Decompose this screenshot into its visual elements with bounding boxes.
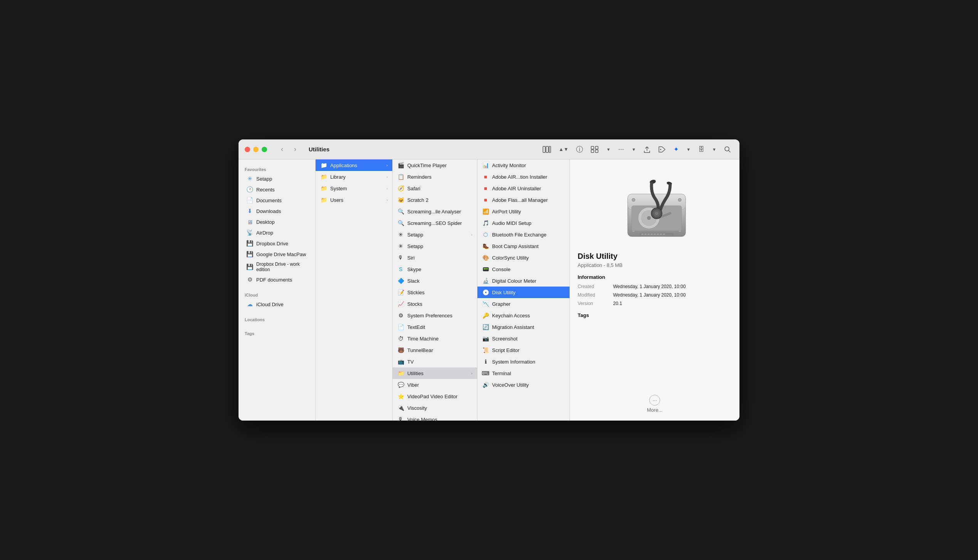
col3-adobeflas[interactable]: ■ Adobe Flas...all Manager bbox=[477, 194, 570, 206]
more-circle-icon[interactable]: ··· bbox=[649, 395, 660, 406]
sidebar-item-icloud[interactable]: ☁ iCloud Drive bbox=[240, 299, 314, 310]
sidebar-item-label: Downloads bbox=[256, 208, 281, 214]
info-button[interactable]: ⓘ bbox=[574, 143, 585, 156]
col3-bluetooth[interactable]: ⬡ Bluetooth File Exchange bbox=[477, 229, 570, 240]
col3-migration[interactable]: 🔄 Migration Assistant bbox=[477, 321, 570, 333]
preview-more-area[interactable]: ··· More... bbox=[578, 387, 732, 413]
grid-options-button[interactable]: ▼ bbox=[604, 146, 613, 153]
sidebar-item-setapp[interactable]: ✳ Setapp bbox=[240, 173, 314, 184]
col2-viber[interactable]: 💬 Viber bbox=[393, 379, 477, 391]
forward-button[interactable]: › bbox=[289, 144, 301, 155]
col3-screenshot[interactable]: 📷 Screenshot bbox=[477, 333, 570, 344]
view-columns-button[interactable] bbox=[540, 144, 553, 154]
col3-scripteditor[interactable]: 📜 Script Editor bbox=[477, 344, 570, 356]
svg-rect-26 bbox=[657, 234, 659, 235]
col2-setapp1[interactable]: ✳ Setapp › bbox=[393, 229, 477, 240]
more-label[interactable]: More... bbox=[647, 407, 662, 413]
col-item-label: Adobe AIR...tion Installer bbox=[492, 174, 547, 180]
col3-grapher[interactable]: 📉 Grapher bbox=[477, 298, 570, 310]
col2-stocks[interactable]: 📈 Stocks bbox=[393, 298, 477, 310]
col2-skype[interactable]: S Skype bbox=[393, 263, 477, 275]
col2-tunnelbear[interactable]: 🐻 TunnelBear bbox=[393, 344, 477, 356]
col3-voiceover[interactable]: 🔊 VoiceOver Utility bbox=[477, 379, 570, 391]
col-item-label: Stickies bbox=[407, 290, 425, 295]
col2-viscosity[interactable]: 🔌 Viscosity bbox=[393, 402, 477, 414]
col3-activitymonitor[interactable]: 📊 Activity Monitor bbox=[477, 159, 570, 171]
col3-terminal[interactable]: ⌨ Terminal bbox=[477, 367, 570, 379]
col3-adobeair1[interactable]: ■ Adobe AIR...tion Installer bbox=[477, 171, 570, 183]
tag-button[interactable] bbox=[656, 144, 668, 154]
dropbox-button[interactable]: ✦ bbox=[671, 144, 681, 154]
locations-label: Locations bbox=[239, 314, 315, 324]
col2-screamingseo[interactable]: 🔍 Screaming...SEO Spider bbox=[393, 217, 477, 229]
dropbox-icon: 💾 bbox=[246, 240, 253, 247]
sidebar-item-documents[interactable]: 📄 Documents bbox=[240, 195, 314, 206]
col2-setapp2[interactable]: ✳ Setapp bbox=[393, 240, 477, 252]
col3-airportutility[interactable]: 📶 AirPort Utility bbox=[477, 206, 570, 217]
more-options-button[interactable]: ··· bbox=[616, 144, 626, 155]
more-options-arrow[interactable]: ▼ bbox=[629, 146, 638, 153]
col2-textedit[interactable]: 📄 TextEdit bbox=[393, 321, 477, 333]
sidebar-item-recents[interactable]: 🕐 Recents bbox=[240, 184, 314, 195]
col3-audiomidi[interactable]: 🎵 Audio MIDI Setup bbox=[477, 217, 570, 229]
sidebar-item-desktop[interactable]: 🖥 Desktop bbox=[240, 216, 314, 227]
col-item-label: Screenshot bbox=[492, 336, 518, 342]
col1-users[interactable]: 📁 Users › bbox=[316, 194, 392, 206]
sidebar-item-dropboxwork[interactable]: 💾 Dropbox Drive - work edition bbox=[240, 260, 314, 274]
col2-systemprefs[interactable]: ⚙ System Preferences bbox=[393, 310, 477, 321]
col3-digitalcolour[interactable]: 🔬 Digital Colour Meter bbox=[477, 275, 570, 287]
svg-rect-6 bbox=[595, 150, 598, 153]
sidebar-item-downloads[interactable]: ⬇ Downloads bbox=[240, 206, 314, 216]
col1-applications[interactable]: 📁 Applications › bbox=[316, 159, 392, 171]
col2-reminders[interactable]: 📋 Reminders bbox=[393, 171, 477, 183]
col2-scratch2[interactable]: 🐱 Scratch 2 bbox=[393, 194, 477, 206]
preview-created-label: Created bbox=[578, 284, 608, 289]
app-icon: ■ bbox=[482, 185, 489, 192]
col2-safari[interactable]: 🧭 Safari bbox=[393, 183, 477, 194]
col1-library[interactable]: 📁 Library › bbox=[316, 171, 392, 183]
view-options-button[interactable]: ▲▼ bbox=[556, 145, 571, 154]
col2-siri[interactable]: 🎙 Siri bbox=[393, 252, 477, 263]
dropbox-arrow[interactable]: ▼ bbox=[684, 146, 693, 153]
share-button[interactable] bbox=[641, 144, 653, 155]
col3-adobeair2[interactable]: ■ Adobe AIR Uninstaller bbox=[477, 183, 570, 194]
col2-videopad[interactable]: ⭐ VideoPad Video Editor bbox=[393, 391, 477, 402]
svg-rect-4 bbox=[595, 146, 598, 149]
archive-button[interactable]: 🗄 bbox=[696, 144, 707, 154]
col1-system[interactable]: 📁 System › bbox=[316, 183, 392, 194]
col3-systeminformation[interactable]: ℹ System Information bbox=[477, 356, 570, 367]
app-icon: 🎨 bbox=[482, 254, 489, 261]
sidebar-item-googledrive[interactable]: 💾 Google Drive MacPaw bbox=[240, 249, 314, 260]
back-button[interactable]: ‹ bbox=[276, 144, 288, 155]
close-button[interactable] bbox=[245, 147, 250, 152]
col2-quicktime[interactable]: 🎬 QuickTime Player bbox=[393, 159, 477, 171]
svg-rect-3 bbox=[591, 146, 594, 149]
app-icon: 📈 bbox=[397, 300, 404, 307]
col2-timemachine[interactable]: ⏱ Time Machine bbox=[393, 333, 477, 344]
col2-tv[interactable]: 📺 TV bbox=[393, 356, 477, 367]
maximize-button[interactable] bbox=[262, 147, 267, 152]
search-button[interactable] bbox=[722, 144, 733, 154]
col3-diskutility[interactable]: 💿 Disk Utility bbox=[477, 287, 570, 298]
app-icon: ⭐ bbox=[397, 393, 404, 400]
col2-stickies[interactable]: 📝 Stickies bbox=[393, 287, 477, 298]
col2-voicememos[interactable]: 🎙 Voice Memos bbox=[393, 414, 477, 421]
col3-keychain[interactable]: 🔑 Keychain Access bbox=[477, 310, 570, 321]
col2-screaminganalyser[interactable]: 🔍 Screaming...ile Analyser bbox=[393, 206, 477, 217]
col2-slack[interactable]: 🔷 Slack bbox=[393, 275, 477, 287]
col3-console[interactable]: 📟 Console bbox=[477, 263, 570, 275]
sidebar-item-pdfdocs[interactable]: ⚙ PDF documents bbox=[240, 274, 314, 285]
sidebar-item-dropbox[interactable]: 💾 Dropbox Drive bbox=[240, 238, 314, 249]
col2-utilities[interactable]: 📁 Utilities › bbox=[393, 367, 477, 379]
col3-colorsync[interactable]: 🎨 ColorSync Utility bbox=[477, 252, 570, 263]
col-item-label: Migration Assistant bbox=[492, 324, 534, 330]
col3-bootcamp[interactable]: 🥾 Boot Camp Assistant bbox=[477, 240, 570, 252]
minimize-button[interactable] bbox=[253, 147, 259, 152]
sidebar-item-airdrop[interactable]: 📡 AirDrop bbox=[240, 227, 314, 238]
app-icon: 🔍 bbox=[397, 208, 404, 215]
archive-arrow[interactable]: ▼ bbox=[710, 146, 719, 153]
app-icon: ✳ bbox=[397, 231, 404, 238]
grid-view-button[interactable] bbox=[588, 144, 601, 154]
app-icon: ✳ bbox=[397, 243, 404, 250]
col-item-label: ColorSync Utility bbox=[492, 255, 529, 261]
